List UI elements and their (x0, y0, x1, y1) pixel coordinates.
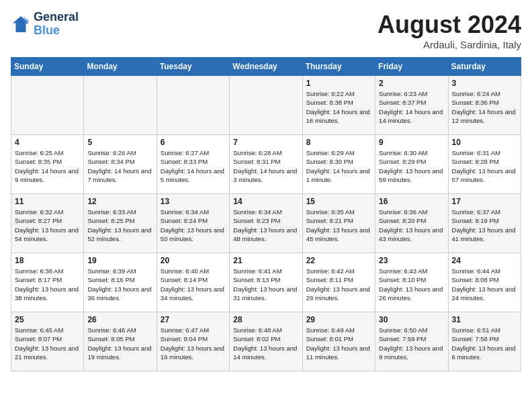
logo-icon (11, 14, 31, 34)
day-number: 27 (161, 315, 226, 324)
calendar-cell: 10Sunrise: 6:31 AM Sunset: 8:28 PM Dayli… (448, 135, 521, 194)
day-number: 3 (452, 79, 517, 88)
day-info: Sunrise: 6:44 AM Sunset: 8:08 PM Dayligh… (452, 267, 517, 302)
day-number: 12 (87, 197, 152, 206)
day-number: 29 (306, 315, 371, 324)
day-info: Sunrise: 6:27 AM Sunset: 8:33 PM Dayligh… (161, 148, 226, 184)
calendar-cell: 9Sunrise: 6:30 AM Sunset: 8:29 PM Daylig… (375, 135, 448, 194)
calendar-cell: 22Sunrise: 6:42 AM Sunset: 8:11 PM Dayli… (302, 253, 375, 312)
day-number: 15 (306, 197, 371, 206)
calendar-cell: 27Sunrise: 6:47 AM Sunset: 8:04 PM Dayli… (157, 312, 229, 371)
calendar-cell: 20Sunrise: 6:40 AM Sunset: 8:14 PM Dayli… (157, 253, 229, 312)
calendar-table: SundayMondayTuesdayWednesdayThursdayFrid… (11, 57, 521, 371)
calendar-cell: 25Sunrise: 6:45 AM Sunset: 8:07 PM Dayli… (11, 312, 84, 371)
day-number: 13 (161, 197, 226, 206)
day-info: Sunrise: 6:33 AM Sunset: 8:25 PM Dayligh… (87, 208, 152, 243)
day-info: Sunrise: 6:42 AM Sunset: 8:11 PM Dayligh… (306, 267, 371, 302)
weekday-header-saturday: Saturday (448, 58, 521, 76)
day-number: 10 (452, 138, 517, 147)
calendar-cell: 30Sunrise: 6:50 AM Sunset: 7:59 PM Dayli… (375, 312, 448, 371)
day-info: Sunrise: 6:35 AM Sunset: 8:21 PM Dayligh… (306, 208, 371, 243)
day-number: 17 (452, 197, 517, 206)
day-number: 22 (306, 256, 371, 265)
day-number: 28 (233, 315, 298, 324)
day-info: Sunrise: 6:28 AM Sunset: 8:31 PM Dayligh… (233, 148, 298, 184)
day-info: Sunrise: 6:51 AM Sunset: 7:58 PM Dayligh… (452, 326, 517, 361)
calendar-cell: 24Sunrise: 6:44 AM Sunset: 8:08 PM Dayli… (448, 253, 521, 312)
day-number: 11 (15, 197, 80, 206)
calendar-week-row: 11Sunrise: 6:32 AM Sunset: 8:27 PM Dayli… (11, 194, 521, 253)
calendar-cell: 29Sunrise: 6:49 AM Sunset: 8:01 PM Dayli… (302, 312, 375, 371)
calendar-cell (230, 76, 302, 135)
day-number: 8 (306, 138, 371, 147)
calendar-cell: 31Sunrise: 6:51 AM Sunset: 7:58 PM Dayli… (448, 312, 521, 371)
day-info: Sunrise: 6:41 AM Sunset: 8:13 PM Dayligh… (233, 267, 298, 302)
day-info: Sunrise: 6:25 AM Sunset: 8:35 PM Dayligh… (15, 148, 80, 184)
day-number: 2 (379, 79, 444, 88)
calendar-cell: 21Sunrise: 6:41 AM Sunset: 8:13 PM Dayli… (230, 253, 302, 312)
logo-text: General Blue (34, 11, 79, 38)
day-number: 21 (233, 256, 298, 265)
day-number: 31 (452, 315, 517, 324)
title-block: August 2024 Ardauli, Sardinia, Italy (378, 11, 521, 50)
calendar-cell: 7Sunrise: 6:28 AM Sunset: 8:31 PM Daylig… (230, 135, 302, 194)
calendar-cell: 4Sunrise: 6:25 AM Sunset: 8:35 PM Daylig… (11, 135, 84, 194)
day-number: 7 (233, 138, 298, 147)
calendar-cell: 28Sunrise: 6:48 AM Sunset: 8:02 PM Dayli… (230, 312, 302, 371)
calendar-cell: 8Sunrise: 6:29 AM Sunset: 8:30 PM Daylig… (302, 135, 375, 194)
day-info: Sunrise: 6:32 AM Sunset: 8:27 PM Dayligh… (15, 208, 80, 243)
logo: General Blue (11, 11, 79, 38)
day-info: Sunrise: 6:37 AM Sunset: 8:19 PM Dayligh… (452, 208, 517, 243)
calendar-cell: 16Sunrise: 6:36 AM Sunset: 8:20 PM Dayli… (375, 194, 448, 253)
sub-title: Ardauli, Sardinia, Italy (378, 39, 521, 50)
day-info: Sunrise: 6:45 AM Sunset: 8:07 PM Dayligh… (15, 326, 80, 361)
day-info: Sunrise: 6:48 AM Sunset: 8:02 PM Dayligh… (233, 326, 298, 361)
calendar-cell: 6Sunrise: 6:27 AM Sunset: 8:33 PM Daylig… (157, 135, 229, 194)
calendar-cell (11, 76, 84, 135)
day-number: 30 (379, 315, 444, 324)
calendar-cell: 3Sunrise: 6:24 AM Sunset: 8:36 PM Daylig… (448, 76, 521, 135)
day-number: 18 (15, 256, 80, 265)
weekday-header-monday: Monday (84, 58, 157, 76)
calendar-cell: 13Sunrise: 6:34 AM Sunset: 8:24 PM Dayli… (157, 194, 229, 253)
day-number: 19 (87, 256, 152, 265)
logo-line1: General (34, 11, 79, 24)
calendar-week-row: 25Sunrise: 6:45 AM Sunset: 8:07 PM Dayli… (11, 312, 521, 371)
day-number: 4 (15, 138, 80, 147)
day-info: Sunrise: 6:49 AM Sunset: 8:01 PM Dayligh… (306, 326, 371, 361)
calendar-cell: 5Sunrise: 6:26 AM Sunset: 8:34 PM Daylig… (84, 135, 157, 194)
day-info: Sunrise: 6:22 AM Sunset: 8:38 PM Dayligh… (306, 89, 371, 125)
day-info: Sunrise: 6:24 AM Sunset: 8:36 PM Dayligh… (452, 89, 517, 125)
day-number: 26 (87, 315, 152, 324)
day-info: Sunrise: 6:23 AM Sunset: 8:37 PM Dayligh… (379, 89, 444, 125)
day-info: Sunrise: 6:38 AM Sunset: 8:17 PM Dayligh… (15, 267, 80, 302)
day-info: Sunrise: 6:46 AM Sunset: 8:05 PM Dayligh… (87, 326, 152, 361)
logo-line2: Blue (34, 24, 79, 38)
page-header: General Blue August 2024 Ardauli, Sardin… (11, 11, 521, 50)
calendar-cell: 12Sunrise: 6:33 AM Sunset: 8:25 PM Dayli… (84, 194, 157, 253)
calendar-cell: 26Sunrise: 6:46 AM Sunset: 8:05 PM Dayli… (84, 312, 157, 371)
day-info: Sunrise: 6:47 AM Sunset: 8:04 PM Dayligh… (161, 326, 226, 361)
day-number: 24 (452, 256, 517, 265)
day-info: Sunrise: 6:40 AM Sunset: 8:14 PM Dayligh… (161, 267, 226, 302)
day-info: Sunrise: 6:43 AM Sunset: 8:10 PM Dayligh… (379, 267, 444, 302)
weekday-header-row: SundayMondayTuesdayWednesdayThursdayFrid… (11, 58, 521, 76)
calendar-week-row: 1Sunrise: 6:22 AM Sunset: 8:38 PM Daylig… (11, 76, 521, 135)
weekday-header-thursday: Thursday (302, 58, 375, 76)
weekday-header-sunday: Sunday (11, 58, 84, 76)
calendar-cell: 19Sunrise: 6:39 AM Sunset: 8:16 PM Dayli… (84, 253, 157, 312)
day-number: 25 (15, 315, 80, 324)
calendar-cell: 14Sunrise: 6:34 AM Sunset: 8:23 PM Dayli… (230, 194, 302, 253)
day-info: Sunrise: 6:36 AM Sunset: 8:20 PM Dayligh… (379, 208, 444, 243)
day-info: Sunrise: 6:39 AM Sunset: 8:16 PM Dayligh… (87, 267, 152, 302)
day-info: Sunrise: 6:26 AM Sunset: 8:34 PM Dayligh… (87, 148, 152, 184)
calendar-cell: 15Sunrise: 6:35 AM Sunset: 8:21 PM Dayli… (302, 194, 375, 253)
day-number: 6 (161, 138, 226, 147)
day-number: 14 (233, 197, 298, 206)
day-info: Sunrise: 6:34 AM Sunset: 8:23 PM Dayligh… (233, 208, 298, 243)
day-number: 16 (379, 197, 444, 206)
day-info: Sunrise: 6:31 AM Sunset: 8:28 PM Dayligh… (452, 148, 517, 184)
calendar-week-row: 4Sunrise: 6:25 AM Sunset: 8:35 PM Daylig… (11, 135, 521, 194)
day-info: Sunrise: 6:30 AM Sunset: 8:29 PM Dayligh… (379, 148, 444, 184)
calendar-cell: 2Sunrise: 6:23 AM Sunset: 8:37 PM Daylig… (375, 76, 448, 135)
